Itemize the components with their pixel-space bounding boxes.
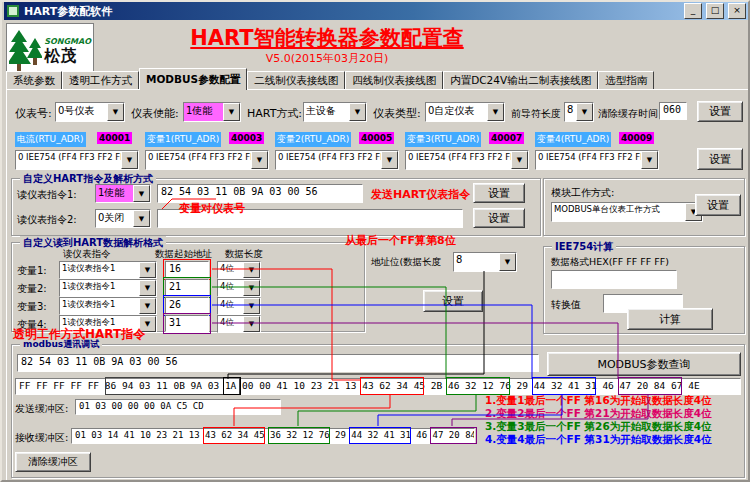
minimize-button[interactable]: _ bbox=[684, 3, 702, 19]
parse-row3-len-select[interactable]: 4位▼ bbox=[217, 297, 261, 315]
parse-row4-start-input[interactable]: 31 bbox=[165, 315, 209, 332]
chevron-down-icon[interactable]: ▼ bbox=[139, 262, 156, 278]
cmd1-label: 读仪表指令1: bbox=[17, 188, 77, 202]
recv-buffer-label: 接收缓冲区: bbox=[15, 431, 68, 445]
annotation-var4: 4.变量4最后一个FF 第31为开始取数据长度4位 bbox=[485, 433, 712, 447]
chevron-down-icon[interactable]: ▼ bbox=[349, 103, 366, 121]
chevron-down-icon[interactable]: ▼ bbox=[139, 280, 156, 296]
meter-no-select[interactable]: 0号仪表▼ bbox=[55, 102, 125, 122]
cmd1-set-button[interactable]: 设置 bbox=[473, 183, 525, 203]
hart-mode-label: HART方式: bbox=[247, 106, 302, 121]
chevron-down-icon[interactable]: ▼ bbox=[511, 151, 528, 169]
maximize-button[interactable]: □ bbox=[706, 3, 724, 19]
parse-row2-cmd-select[interactable]: 1读仪表指令1▼ bbox=[59, 279, 157, 297]
cmd2-label: 读仪表指令2: bbox=[17, 213, 77, 227]
meter-type-value: 0自定仪表 bbox=[426, 103, 487, 121]
close-button[interactable]: × bbox=[728, 3, 746, 19]
tab-modbus-config[interactable]: MODBUS参数配置 bbox=[139, 68, 247, 90]
ieee-calc-button[interactable]: 计算 bbox=[627, 308, 713, 330]
preamble-value: 8 bbox=[565, 103, 576, 121]
tab-system-params[interactable]: 系统参数 bbox=[6, 71, 62, 89]
modbus-query-button[interactable]: MODBUS参数查询 bbox=[547, 352, 741, 376]
ieee-format-label: 数据格式HEX(FF FF FF FF) bbox=[551, 256, 669, 269]
chevron-down-icon[interactable]: ▼ bbox=[487, 103, 504, 121]
parse-set-button[interactable]: 设置 bbox=[423, 290, 483, 312]
rtu-var1-format-select[interactable]: 0 IEE754 (FF4 FF3 FF2 FF1)▼ bbox=[145, 150, 269, 170]
chevron-down-icon[interactable]: ▼ bbox=[121, 151, 138, 169]
cmd2-enable-select[interactable]: 0关闭▼ bbox=[95, 209, 151, 228]
rtu-format-value: 0 IEE754 (FF4 FF3 FF2 FF1) bbox=[536, 151, 641, 169]
rtu-format-value: 0 IEE754 (FF4 FF3 FF2 FF1) bbox=[406, 151, 511, 169]
tab-bar: 系统参数 透明工作方式 MODBUS参数配置 二线制仪表接线图 四线制仪表接线图… bbox=[6, 68, 654, 89]
parse-row1-len-select[interactable]: 4位▼ bbox=[217, 261, 261, 279]
logo-text: SONGMAO 松茂 bbox=[44, 38, 91, 64]
rtu-current-format-select[interactable]: 0 IEE754 (FF4 FF3 FF2 FF1)▼ bbox=[15, 150, 139, 170]
chevron-down-icon[interactable]: ▼ bbox=[243, 298, 260, 314]
parse-row3-cmd-select[interactable]: 1读仪表指令1▼ bbox=[59, 297, 157, 315]
chevron-down-icon[interactable]: ▼ bbox=[133, 210, 150, 227]
chevron-down-icon[interactable]: ▼ bbox=[223, 103, 240, 121]
parse-col-start: 数据起始地址 bbox=[155, 248, 212, 261]
chevron-down-icon[interactable]: ▼ bbox=[499, 253, 516, 271]
meter-type-select[interactable]: 0自定仪表▼ bbox=[425, 102, 505, 122]
cmd2-set-button[interactable]: 设置 bbox=[473, 208, 525, 228]
parse-row2-label: 变量2: bbox=[17, 282, 47, 296]
chevron-down-icon[interactable]: ▼ bbox=[243, 262, 260, 278]
hart-mode-select[interactable]: 主设备▼ bbox=[303, 102, 367, 122]
annotation-var1: 1.变量1最后一个FF 第16为开始取数据长度4位 bbox=[485, 394, 712, 408]
chevron-down-icon[interactable]: ▼ bbox=[243, 280, 260, 296]
chevron-down-icon[interactable]: ▼ bbox=[243, 316, 260, 332]
hex-response-line[interactable]: FF FF FF FF FF 86 94 03 11 0B 9A 03 1A 0… bbox=[15, 378, 741, 395]
ieee-format-input[interactable] bbox=[551, 270, 677, 289]
parse-row1-start-input[interactable]: 16 bbox=[165, 261, 209, 278]
var-meter-note: 变量对仪表号 bbox=[179, 201, 245, 216]
chevron-down-icon[interactable]: ▼ bbox=[133, 185, 150, 202]
chevron-down-icon[interactable]: ▼ bbox=[576, 103, 593, 121]
parse-row3-start-input[interactable]: 26 bbox=[165, 297, 209, 314]
addr-bit-value: 8 bbox=[454, 253, 499, 271]
parse-row3-label: 变量3: bbox=[17, 300, 47, 314]
send-buffer-input[interactable]: 01 03 00 00 00 0A C5 CD bbox=[75, 399, 281, 415]
version-label: V5.0(2015年03月20日) bbox=[102, 51, 552, 66]
module-mode-select[interactable]: MODBUS单台仪表工作方式▼ bbox=[551, 202, 703, 222]
rtu-var4-format-select[interactable]: 0 IEE754 (FF4 FF3 FF2 FF1)▼ bbox=[535, 150, 659, 170]
clear-cache-input[interactable]: 060 bbox=[659, 102, 687, 120]
recv-buffer-input[interactable]: 01 03 14 41 10 23 21 13 43 62 34 45 36 3… bbox=[71, 428, 475, 444]
rtu-set-button[interactable]: 设置 bbox=[697, 148, 743, 170]
transparent-mode-note: 透明工作方式HART指令 bbox=[13, 326, 145, 343]
cmd1-enable-value: 1使能 bbox=[96, 185, 133, 202]
rtu-var3-format-select[interactable]: 0 IEE754 (FF4 FF3 FF2 FF1)▼ bbox=[405, 150, 529, 170]
addr-bit-select[interactable]: 8▼ bbox=[453, 252, 517, 272]
parse-row1-cmd: 1读仪表指令1 bbox=[60, 262, 139, 278]
parse-row3-len: 4位 bbox=[218, 298, 243, 314]
module-set-button[interactable]: 设置 bbox=[695, 194, 741, 216]
chevron-down-icon[interactable]: ▼ bbox=[641, 151, 658, 169]
preamble-label: 前导符长度 bbox=[511, 107, 561, 121]
chevron-down-icon[interactable]: ▼ bbox=[251, 151, 268, 169]
debug-cmd-input[interactable]: 82 54 03 11 0B 9A 03 00 56 bbox=[17, 354, 539, 372]
meter-enable-select[interactable]: 1使能▼ bbox=[183, 102, 241, 122]
chevron-down-icon[interactable]: ▼ bbox=[139, 298, 156, 314]
chevron-down-icon[interactable]: ▼ bbox=[381, 151, 398, 169]
rtu-var2-format-select[interactable]: 0 IEE754 (FF4 FF3 FF2 FF1)▼ bbox=[275, 150, 399, 170]
rtu-var3-addr: 40007 bbox=[489, 132, 524, 144]
parse-row2-len: 4位 bbox=[218, 280, 243, 296]
tab-dc24v-diagram[interactable]: 内置DC24V输出二制表接线图 bbox=[443, 71, 598, 89]
tab-4wire-diagram[interactable]: 四线制仪表接线图 bbox=[345, 71, 443, 89]
parse-row1-cmd-select[interactable]: 1读仪表指令1▼ bbox=[59, 261, 157, 279]
parse-row4-len-select[interactable]: 4位▼ bbox=[217, 315, 261, 333]
preamble-select[interactable]: 8▼ bbox=[564, 102, 594, 122]
tab-2wire-diagram[interactable]: 二线制仪表接线图 bbox=[247, 71, 345, 89]
cmd1-enable-select[interactable]: 1使能▼ bbox=[95, 184, 151, 203]
ff-offset-note: 从最后一个FF算第8位 bbox=[345, 233, 456, 248]
chevron-down-icon[interactable]: ▼ bbox=[107, 103, 124, 121]
parse-row2-start-input[interactable]: 21 bbox=[165, 279, 209, 296]
parse-row4-len: 4位 bbox=[218, 316, 243, 332]
clear-buffer-button[interactable]: 清除缓冲区 bbox=[15, 452, 91, 472]
parse-row2-len-select[interactable]: 4位▼ bbox=[217, 279, 261, 297]
row1-set-button[interactable]: 设置 bbox=[697, 101, 743, 122]
annotation-var2: 2.变量2最后一个FF 第21为开始取数据长度4位 bbox=[485, 407, 712, 421]
tab-transparent-mode[interactable]: 透明工作方式 bbox=[62, 71, 139, 89]
tab-selection-guide[interactable]: 选型指南 bbox=[598, 71, 654, 89]
clear-cache-label: 清除缓存时间 bbox=[598, 107, 658, 121]
